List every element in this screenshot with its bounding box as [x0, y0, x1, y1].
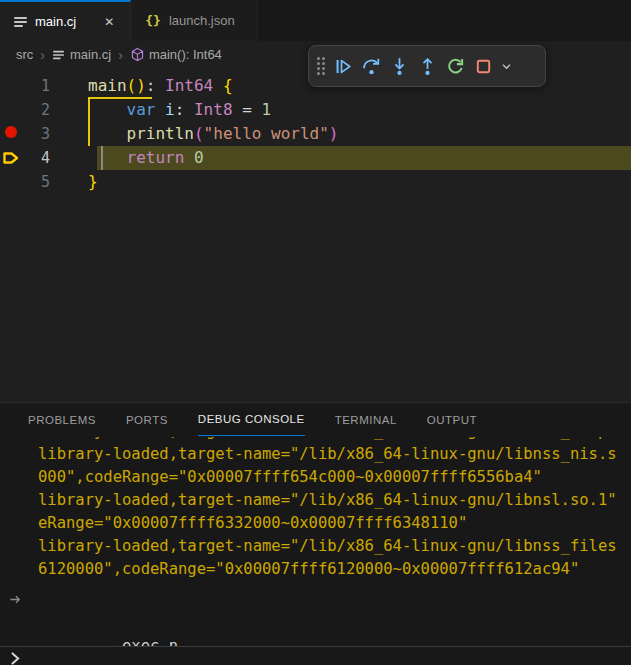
- tab-output[interactable]: OUTPUT: [427, 403, 477, 436]
- chevron-right-icon: ›: [118, 47, 123, 63]
- prompt-chevron-icon: [7, 650, 24, 665]
- console-line: eRange="0x00007ffff6332000~0x00007ffff63…: [0, 512, 631, 535]
- debug-continue-icon: [334, 57, 353, 76]
- code-line-3: println("hello world"): [88, 122, 338, 146]
- debug-restart-button[interactable]: [441, 51, 469, 81]
- debug-console-input[interactable]: [0, 649, 631, 665]
- debug-toolbar: [308, 45, 546, 87]
- console-line: library-loaded,target-name="/lib/x86_64-…: [0, 443, 631, 466]
- bottom-panel: PROBLEMS PORTS DEBUG CONSOLE TERMINAL OU…: [0, 402, 631, 665]
- vscode-window: main.cj ✕ {} launch.json src › main.cj ›…: [0, 0, 631, 665]
- file-icon: [14, 15, 27, 29]
- editor-tab-bar: main.cj ✕ {} launch.json: [0, 0, 631, 41]
- symbol-package-icon: [130, 47, 145, 62]
- console-input-divider: [0, 646, 631, 647]
- tab-main-cj[interactable]: main.cj ✕: [0, 0, 131, 41]
- file-icon: [53, 49, 64, 61]
- console-line: 6120000",codeRange="0x00007ffff6120000~0…: [0, 558, 631, 581]
- debug-step-into-icon: [390, 57, 409, 76]
- code-editor[interactable]: 12345 main(): Int64 { var i: Int8 = 1 pr…: [0, 68, 631, 402]
- tab-debug-console[interactable]: DEBUG CONSOLE: [198, 403, 305, 436]
- debug-step-out-icon: [418, 57, 437, 76]
- debug-continue-button[interactable]: [329, 51, 357, 81]
- line-number: 3: [0, 122, 50, 146]
- chevron-down-icon: [499, 59, 514, 74]
- tab-terminal[interactable]: TERMINAL: [335, 403, 397, 436]
- debug-stop-button[interactable]: [469, 51, 497, 81]
- code-line-2: var i: Int8 = 1: [88, 98, 271, 122]
- debug-stop-icon: [474, 57, 493, 76]
- line-number: 5: [0, 170, 50, 194]
- console-line: library-loaded,target-name="/lib/x86_64-…: [0, 535, 631, 558]
- debug-step-over-button[interactable]: [357, 51, 385, 81]
- code-line-4: return 0: [88, 146, 204, 170]
- debug-step-out-button[interactable]: [413, 51, 441, 81]
- debug-step-over-icon: [362, 57, 381, 76]
- debug-console-output[interactable]: library-loaded,target-name="/lib/x86_64-…: [0, 437, 631, 646]
- gripper-icon[interactable]: [317, 57, 325, 75]
- arrow-right-icon: [8, 592, 23, 607]
- breadcrumb-symbol[interactable]: main(): Int64: [130, 47, 222, 62]
- console-line: 000",codeRange="0x00007ffff654c000~0x000…: [0, 466, 631, 489]
- code-line-5: }: [88, 170, 98, 194]
- tab-label: launch.json: [169, 13, 235, 28]
- debug-toolbar-more-button[interactable]: [497, 51, 515, 81]
- debug-restart-icon: [446, 57, 465, 76]
- json-braces-icon: {}: [145, 13, 161, 28]
- tab-launch-json[interactable]: {} launch.json: [131, 0, 257, 41]
- panel-tab-bar: PROBLEMS PORTS DEBUG CONSOLE TERMINAL OU…: [0, 403, 631, 436]
- tab-label: main.cj: [35, 14, 76, 29]
- chevron-right-icon: ›: [40, 47, 45, 63]
- code-line-1: main(): Int64 {: [88, 74, 233, 98]
- breadcrumb-src[interactable]: src: [16, 47, 33, 62]
- console-line: library-loaded,target-name="/lib/x86_64-…: [0, 489, 631, 512]
- debug-step-into-button[interactable]: [385, 51, 413, 81]
- line-number: 4: [0, 146, 50, 170]
- console-command-line: -exec n: [0, 589, 631, 646]
- line-number: 1: [0, 74, 50, 98]
- line-number: 2: [0, 98, 50, 122]
- tab-ports[interactable]: PORTS: [126, 403, 168, 436]
- close-icon[interactable]: ✕: [100, 13, 118, 31]
- tab-problems[interactable]: PROBLEMS: [28, 403, 96, 436]
- breadcrumb-file[interactable]: main.cj: [52, 47, 111, 62]
